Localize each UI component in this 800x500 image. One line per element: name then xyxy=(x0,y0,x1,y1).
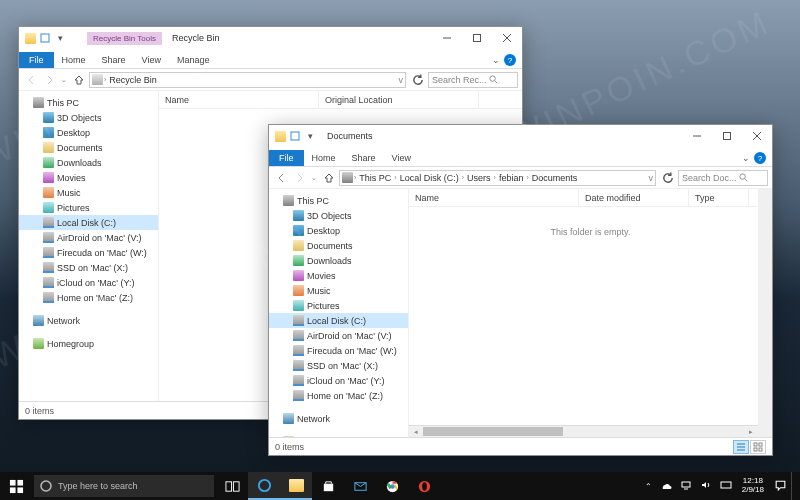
nav-forward-button[interactable] xyxy=(292,170,308,186)
nav-item-icloud-on-mac-y-[interactable]: iCloud on 'Mac' (Y:) xyxy=(269,373,408,388)
nav-item-3d-objects[interactable]: 3D Objects xyxy=(19,110,158,125)
nav-item-icloud-on-mac-y-[interactable]: iCloud on 'Mac' (Y:) xyxy=(19,275,158,290)
system-tray[interactable]: ⌃ 12:18 2/9/18 xyxy=(641,472,800,500)
qat-dropdown-icon[interactable]: ▾ xyxy=(303,129,317,143)
details-view-button[interactable] xyxy=(733,440,749,454)
taskbar-app-opera[interactable] xyxy=(408,472,440,500)
nav-item-local-disk-c-[interactable]: Local Disk (C:) xyxy=(269,313,408,328)
breadcrumb[interactable]: Documents xyxy=(530,173,580,183)
nav-item-airdroid-on-mac-v-[interactable]: AirDroid on 'Mac' (V:) xyxy=(269,328,408,343)
search-box[interactable]: Search Rec... xyxy=(428,72,518,88)
scrollbar-thumb[interactable] xyxy=(423,427,563,436)
nav-item-ssd-on-mac-x-[interactable]: SSD on 'Mac' (X:) xyxy=(269,358,408,373)
address-dropdown-icon[interactable]: v xyxy=(399,75,404,85)
icons-view-button[interactable] xyxy=(750,440,766,454)
column-header-date-modified[interactable]: Date modified xyxy=(579,189,689,206)
vertical-scrollbar[interactable] xyxy=(758,189,772,437)
nav-item-movies[interactable]: Movies xyxy=(19,170,158,185)
context-tab-recycle-tools[interactable]: Recycle Bin Tools xyxy=(87,32,162,45)
nav-item-documents[interactable]: Documents xyxy=(19,140,158,155)
taskbar-app-edge[interactable] xyxy=(248,472,280,500)
nav-item-firecuda-on-mac-w-[interactable]: Firecuda on 'Mac' (W:) xyxy=(19,245,158,260)
nav-item-desktop[interactable]: Desktop xyxy=(269,223,408,238)
nav-item-3d-objects[interactable]: 3D Objects xyxy=(269,208,408,223)
nav-recent-dropdown[interactable]: ⌄ xyxy=(311,174,319,182)
qat-dropdown-icon[interactable]: ▾ xyxy=(53,31,67,45)
column-headers[interactable]: NameDate modifiedType xyxy=(409,189,772,207)
column-headers[interactable]: NameOriginal Location xyxy=(159,91,522,109)
address-bar[interactable]: › Recycle Bin v xyxy=(89,72,406,88)
address-bar[interactable]: › This PC› Local Disk (C:)› Users› febia… xyxy=(339,170,656,186)
ribbon-expand-icon[interactable]: ⌄ xyxy=(492,55,500,65)
file-tab[interactable]: File xyxy=(269,150,304,166)
ribbon-tab-share[interactable]: Share xyxy=(94,52,134,68)
nav-item-downloads[interactable]: Downloads xyxy=(19,155,158,170)
column-header-name[interactable]: Name xyxy=(159,91,319,108)
maximize-button[interactable] xyxy=(712,125,742,147)
nav-item-airdroid-on-mac-v-[interactable]: AirDroid on 'Mac' (V:) xyxy=(19,230,158,245)
tray-language-icon[interactable] xyxy=(716,479,736,493)
nav-item-pictures[interactable]: Pictures xyxy=(19,200,158,215)
nav-item-desktop[interactable]: Desktop xyxy=(19,125,158,140)
navigation-pane[interactable]: This PC3D ObjectsDesktopDocumentsDownloa… xyxy=(269,189,409,437)
nav-item-home-on-mac-z-[interactable]: Home on 'Mac' (Z:) xyxy=(269,388,408,403)
breadcrumb[interactable]: Recycle Bin xyxy=(107,75,159,85)
nav-item-movies[interactable]: Movies xyxy=(269,268,408,283)
start-button[interactable] xyxy=(0,472,32,500)
help-icon[interactable]: ? xyxy=(504,54,516,66)
task-view-button[interactable] xyxy=(216,472,248,500)
nav-recent-dropdown[interactable]: ⌄ xyxy=(61,76,69,84)
ribbon-tab-manage[interactable]: Manage xyxy=(169,52,218,68)
nav-item-firecuda-on-mac-w-[interactable]: Firecuda on 'Mac' (W:) xyxy=(269,343,408,358)
explorer-documents-window[interactable]: ▾ Documents File Home Share View ⌄? ⌄ › … xyxy=(268,124,773,456)
ribbon-expand-icon[interactable]: ⌄ xyxy=(742,153,750,163)
content-pane[interactable]: NameDate modifiedType This folder is emp… xyxy=(409,189,772,437)
nav-network[interactable]: Network xyxy=(19,313,158,328)
search-box[interactable]: Search Doc... xyxy=(678,170,768,186)
titlebar[interactable]: ▾ Documents xyxy=(269,125,772,147)
tray-onedrive-icon[interactable] xyxy=(656,479,676,493)
address-dropdown-icon[interactable]: v xyxy=(649,173,654,183)
breadcrumb[interactable]: This PC xyxy=(357,173,393,183)
nav-item-local-disk-c-[interactable]: Local Disk (C:) xyxy=(19,215,158,230)
taskbar-clock[interactable]: 12:18 2/9/18 xyxy=(736,477,770,495)
close-button[interactable] xyxy=(492,27,522,49)
tray-network-icon[interactable] xyxy=(676,479,696,493)
qat-properties-icon[interactable] xyxy=(288,129,302,143)
taskbar-app-mail[interactable] xyxy=(344,472,376,500)
help-icon[interactable]: ? xyxy=(754,152,766,164)
column-header-original-location[interactable]: Original Location xyxy=(319,91,479,108)
file-tab[interactable]: File xyxy=(19,52,54,68)
nav-back-button[interactable] xyxy=(273,170,289,186)
column-header-type[interactable]: Type xyxy=(689,189,749,206)
ribbon-tab-home[interactable]: Home xyxy=(54,52,94,68)
nav-item-home-on-mac-z-[interactable]: Home on 'Mac' (Z:) xyxy=(19,290,158,305)
close-button[interactable] xyxy=(742,125,772,147)
scroll-right-icon[interactable]: ▸ xyxy=(744,426,758,437)
nav-item-music[interactable]: Music xyxy=(19,185,158,200)
horizontal-scrollbar[interactable]: ◂ ▸ xyxy=(409,425,758,437)
refresh-button[interactable] xyxy=(411,73,425,87)
ribbon-tab-view[interactable]: View xyxy=(384,150,419,166)
ribbon-tab-view[interactable]: View xyxy=(134,52,169,68)
nav-up-button[interactable] xyxy=(72,72,86,88)
refresh-button[interactable] xyxy=(661,171,675,185)
nav-back-button[interactable] xyxy=(23,72,39,88)
nav-item-pictures[interactable]: Pictures xyxy=(269,298,408,313)
breadcrumb[interactable]: febian xyxy=(497,173,526,183)
navigation-pane[interactable]: This PC3D ObjectsDesktopDocumentsDownloa… xyxy=(19,91,159,401)
ribbon-tab-home[interactable]: Home xyxy=(304,150,344,166)
minimize-button[interactable] xyxy=(682,125,712,147)
column-header-name[interactable]: Name xyxy=(409,189,579,206)
nav-this-pc[interactable]: This PC xyxy=(19,95,158,110)
taskbar-app-chrome[interactable] xyxy=(376,472,408,500)
taskbar[interactable]: Type here to search ⌃ 12:18 2/9/18 xyxy=(0,472,800,500)
nav-network[interactable]: Network xyxy=(269,411,408,426)
nav-item-ssd-on-mac-x-[interactable]: SSD on 'Mac' (X:) xyxy=(19,260,158,275)
nav-item-downloads[interactable]: Downloads xyxy=(269,253,408,268)
nav-item-music[interactable]: Music xyxy=(269,283,408,298)
tray-overflow-icon[interactable]: ⌃ xyxy=(641,482,656,491)
nav-up-button[interactable] xyxy=(322,170,336,186)
taskbar-app-explorer[interactable] xyxy=(280,472,312,500)
nav-this-pc[interactable]: This PC xyxy=(269,193,408,208)
